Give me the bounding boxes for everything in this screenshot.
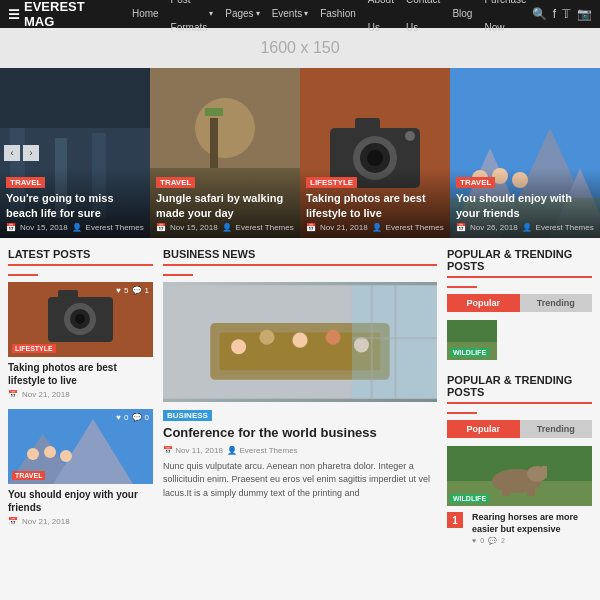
trending-post-likes: 0 [480,537,484,545]
svg-point-44 [259,330,274,345]
slide-1-date: Nov 15, 2018 [20,223,68,232]
heart-icon-t: ♥ [472,537,476,545]
slide-4-category: TRAVEL [456,177,495,188]
trending-img-wildlife-1: WILDLIFE [447,320,497,360]
slider-next[interactable]: › [23,145,39,161]
latest-posts-divider [8,274,38,276]
business-news-title: BUSINESS NEWS [163,248,437,266]
trending-post-comments: 2 [501,537,505,545]
nav-post-formats[interactable]: Post Formats [166,0,219,42]
nav-purchase[interactable]: Purchase Now [479,0,531,42]
popular-trending-divider-2 [447,412,477,414]
nav-pages[interactable]: Pages [220,0,264,42]
slider-prev[interactable]: ‹ [4,145,20,161]
instagram-icon[interactable]: 📷 [577,7,592,21]
brand[interactable]: ☰ EVEREST MAG [8,0,117,29]
author-icon-2: 👤 [222,223,232,232]
popular-trending-title-1: POPULAR & TRENDING POSTS [447,248,592,278]
business-post-title[interactable]: Conference for the world business [163,425,437,442]
trending-img-horse: WILDLIFE [447,446,592,506]
nav-events[interactable]: Events [267,0,314,42]
latest-post-1-title[interactable]: Taking photos are best lifestyle to live [8,361,153,387]
slide-2-category: TRAVEL [156,177,195,188]
nav-home[interactable]: Home [127,0,164,42]
svg-rect-12 [205,108,223,116]
navbar-icons: 🔍 f 𝕋 📷 [532,7,592,21]
nav-blog[interactable]: Blog [447,0,477,42]
svg-rect-58 [502,476,510,496]
svg-rect-11 [210,118,218,168]
slide-2-meta: 📅 Nov 15, 2018 👤 Everest Themes [156,223,294,232]
business-post-category: BUSINESS [163,410,212,421]
trending-tab-1[interactable]: Trending [520,294,593,312]
trending-tab-2[interactable]: Trending [520,420,593,438]
svg-point-19 [405,131,415,141]
svg-rect-51 [352,337,437,339]
latest-post-2-date: Nov 21, 2018 [22,517,70,526]
slide-3-category: LIFESTYLE [306,177,357,188]
slider-nav: ‹ › [4,145,39,161]
search-icon[interactable]: 🔍 [532,7,547,21]
slide-2: TRAVEL Jungle safari by walking made you… [150,68,300,238]
author-icon-3: 👤 [372,223,382,232]
slide-3-author: Everest Themes [386,223,444,232]
calendar-icon-2: 📅 [156,223,166,232]
latest-post-2-category: TRAVEL [12,471,45,480]
featured-slider: ‹ › TRAVEL You're going to miss beach li… [0,68,600,238]
calendar-icon-3: 📅 [306,223,316,232]
trending-post-title[interactable]: Rearing horses are more easier but expen… [472,512,592,535]
slide-3-meta: 📅 Nov 21, 2018 👤 Everest Themes [306,223,444,232]
business-post-excerpt: Nunc quis vulputate arcu. Aenean non pha… [163,460,437,501]
author-icon: 👤 [72,223,82,232]
slide-3-title: Taking photos are best lifestyle to live [306,191,444,220]
svg-rect-7 [0,68,150,128]
calendar-icon-4: 📅 [456,223,466,232]
popular-trending-title-2: POPULAR & TRENDING POSTS [447,374,592,404]
latest-post-2-title[interactable]: You should enjoy with your friends [8,488,153,514]
popular-tab-2[interactable]: Popular [447,420,520,438]
svg-point-32 [75,314,85,324]
popular-tab-1[interactable]: Popular [447,294,520,312]
business-post-author: Everest Themes [240,446,298,455]
slide-4-date: Nov 26, 2018 [470,223,518,232]
slide-1-meta: 📅 Nov 15, 2018 👤 Everest Themes [6,223,144,232]
latest-post-1-img: LIFESTYLE ♥5💬1 [8,282,153,357]
brand-name[interactable]: EVEREST MAG [24,0,117,29]
wildlife-badge-2: WILDLIFE [450,494,489,503]
calendar-icon-b: 📅 [163,446,173,455]
svg-rect-33 [58,290,78,299]
svg-point-10 [195,98,255,158]
svg-point-17 [367,150,383,166]
nav-contact[interactable]: Contact Us [401,0,445,42]
svg-point-43 [231,339,246,354]
trending-post-horse: 1 Rearing horses are more easier but exp… [447,512,592,545]
business-post-date: Nov 11, 2018 [175,446,223,455]
nav-fashion[interactable]: Fashion [315,0,361,42]
latest-post-2-meta: 📅 Nov 21, 2018 [8,517,153,526]
slide-1-overlay: TRAVEL You're going to miss beach life f… [0,168,150,238]
svg-rect-18 [355,118,380,130]
latest-post-1-date: Nov 21, 2018 [22,390,70,399]
nav-about[interactable]: About Us [363,0,399,42]
latest-post-2: TRAVEL ♥0💬0 You should enjoy with your f… [8,409,153,526]
business-post-img [163,282,437,402]
hamburger-icon[interactable]: ☰ [8,7,20,22]
latest-post-1-category: LIFESTYLE [12,344,56,353]
slide-1-author: Everest Themes [86,223,144,232]
svg-point-45 [292,333,307,348]
slide-1-category: TRAVEL [6,177,45,188]
twitter-icon[interactable]: 𝕋 [562,7,571,21]
wildlife-badge-area-1: WILDLIFE [447,320,592,360]
facebook-icon[interactable]: f [553,7,556,21]
latest-post-1: LIFESTYLE ♥5💬1 Taking photos are best li… [8,282,153,399]
slide-4-overlay: TRAVEL You should enjoy with your friend… [450,168,600,238]
popular-trending-section-2: POPULAR & TRENDING POSTS Popular Trendin… [447,374,592,545]
slide-2-title: Jungle safari by walking made your day [156,191,294,220]
svg-point-38 [44,446,56,458]
business-post-meta: 📅 Nov 11, 2018 👤 Everest Themes [163,446,437,455]
slide-4-title: You should enjoy with your friends [456,191,594,220]
svg-point-46 [326,330,341,345]
author-icon-4: 👤 [522,223,532,232]
latest-post-2-icons: ♥0💬0 [116,413,149,422]
slide-1-title: You're going to miss beach life for sure [6,191,144,220]
